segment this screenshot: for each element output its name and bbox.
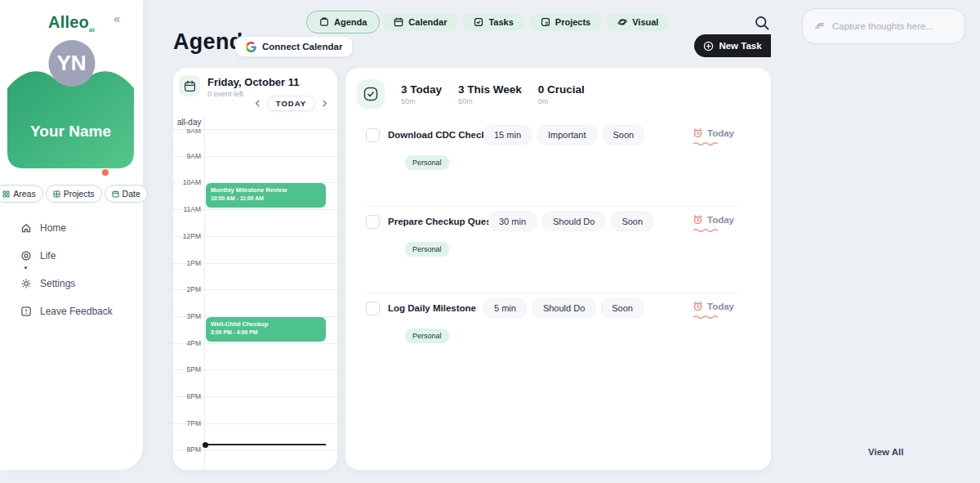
tasks-checkbox-icon-box — [357, 79, 385, 109]
all-day-row: all-day — [173, 115, 337, 129]
google-icon — [246, 42, 256, 52]
events-left-text: 0 event left — [207, 90, 243, 98]
projects-icon — [53, 190, 60, 198]
task-checkbox[interactable] — [366, 128, 380, 142]
squiggle-underline — [693, 141, 722, 145]
tab-label: Projects — [555, 17, 590, 27]
task-tag[interactable]: Personal — [405, 155, 449, 170]
task-due-badge[interactable]: Today — [693, 214, 734, 225]
sidebar-item-life[interactable]: Life — [20, 250, 143, 262]
task-priority-pill[interactable]: Should Do — [532, 298, 595, 318]
task-due-badge[interactable]: Today — [693, 301, 734, 311]
stat-duration: 50m — [401, 97, 442, 105]
hour-label: 9AM — [173, 152, 201, 160]
stat-crucial: 0 Crucial 0m — [538, 83, 585, 105]
hour-label: 7PM — [173, 419, 201, 427]
tab-agenda[interactable]: Agenda — [309, 13, 377, 31]
sidebar-item-home[interactable]: Home — [20, 222, 143, 234]
sidebar-item-label: Leave Feedback — [40, 306, 113, 317]
squiggle-underline — [693, 228, 722, 232]
projects-icon — [541, 17, 550, 27]
connect-calendar-button[interactable]: Connect Calendar — [235, 36, 353, 57]
calendar-icon-box — [179, 75, 200, 96]
task-duration-pill[interactable]: 5 min — [483, 298, 527, 318]
user-name: Your Name — [7, 123, 134, 141]
calendar-day-grid[interactable]: all-day 8AM 9AM 10AM 11AM 12PM 1P — [173, 115, 337, 470]
task-priority-pill[interactable]: Should Do — [542, 212, 605, 231]
event-title: Well-Child Checkup — [211, 320, 321, 328]
sidebar-item-leave-feedback[interactable]: Leave Feedback — [20, 306, 143, 317]
tab-label: Tasks — [488, 17, 513, 27]
projects-filter-button[interactable]: Projects — [46, 185, 102, 203]
main-area: Agenda Calendar Tasks Projects Visual — [143, 0, 980, 483]
areas-button[interactable]: Areas — [0, 185, 43, 203]
new-task-button[interactable]: New Task — [694, 34, 771, 57]
tab-projects[interactable]: Projects — [530, 13, 601, 31]
task-title: Log Daily Milestone — [388, 303, 476, 313]
hour-label: 1PM — [173, 259, 201, 267]
sidebar-item-label: Home — [40, 222, 66, 234]
collapse-sidebar-icon[interactable]: « — [114, 12, 120, 25]
task-due-label: Today — [707, 302, 734, 311]
sidebar-nav: Home Life Settings Leave Feedback — [0, 222, 143, 317]
profile-section: Your Name 2 new notifications YN — [0, 40, 143, 175]
stat-today: 3 Today 50m — [401, 83, 442, 105]
task-due-badge[interactable]: Today — [693, 127, 734, 138]
calendar-icon — [184, 80, 196, 92]
hour-label: 5PM — [173, 365, 201, 373]
task-due-label: Today — [707, 215, 734, 225]
top-nav-tabs: Agenda Calendar Tasks Projects Visual — [309, 13, 669, 31]
life-active-dot — [24, 266, 27, 269]
avatar[interactable]: YN — [48, 40, 95, 87]
visual-icon — [617, 17, 627, 27]
task-priority-pill[interactable]: Important — [537, 125, 596, 145]
task-row: Log Daily Milestone 5 min Should Do Soon… — [366, 293, 737, 380]
app-root: Alleoai « Your Name 2 new notifications — [0, 0, 980, 483]
task-urgency-pill[interactable]: Soon — [603, 125, 645, 145]
date-filter-button[interactable]: Date — [105, 185, 148, 203]
logo-suffix: ai — [89, 26, 95, 34]
notifications-link[interactable]: 2 new notifications — [7, 168, 134, 177]
all-day-label: all-day — [177, 118, 201, 127]
task-row: Download CDC Checklist 15 min Important … — [366, 120, 737, 207]
calendar-event[interactable]: Well-Child Checkup 3:00 PM - 4:00 PM — [206, 317, 326, 342]
tab-visual[interactable]: Visual — [607, 13, 669, 31]
capture-thoughts-input[interactable] — [832, 21, 953, 31]
logo-row: Alleoai « — [0, 0, 143, 34]
prev-day-button[interactable] — [253, 99, 262, 108]
next-day-button[interactable] — [320, 99, 329, 108]
task-urgency-pill[interactable]: Soon — [611, 212, 653, 231]
hour-label: 4PM — [173, 339, 201, 347]
task-duration-pill[interactable]: 30 min — [488, 212, 537, 231]
search-button[interactable] — [754, 15, 772, 33]
logo-text: Alleo — [48, 13, 89, 31]
notifications-text: 2 new notifications — [33, 168, 96, 177]
task-pills: 15 min Important Soon — [483, 125, 644, 145]
calendar-nav: TODAY — [253, 96, 329, 111]
plus-circle-icon — [703, 41, 714, 51]
sidebar-item-settings[interactable]: Settings — [20, 278, 143, 289]
stat-label: 3 This Week — [458, 83, 522, 96]
task-checkbox[interactable] — [366, 302, 380, 315]
tasks-panel: 3 Today 50m 3 This Week 50m 0 Crucial 0m… — [345, 68, 771, 470]
app-logo[interactable]: Alleoai — [48, 13, 95, 34]
task-tag[interactable]: Personal — [405, 329, 449, 343]
stat-duration: 50m — [458, 97, 522, 105]
today-button[interactable]: TODAY — [267, 96, 315, 111]
agenda-icon — [319, 17, 329, 27]
task-urgency-pill[interactable]: Soon — [601, 298, 644, 318]
event-time: 3:00 PM - 4:00 PM — [211, 329, 321, 335]
life-target-icon — [20, 250, 32, 262]
calendar-event[interactable]: Monthly Milestone Review 10:00 AM - 11:0… — [206, 183, 326, 208]
tab-calendar[interactable]: Calendar — [383, 13, 457, 31]
alarm-clock-icon — [693, 214, 703, 225]
capture-thoughts-box[interactable] — [802, 8, 965, 44]
task-checkbox[interactable] — [366, 215, 380, 229]
tab-tasks[interactable]: Tasks — [463, 13, 523, 31]
task-tag[interactable]: Personal — [405, 242, 449, 257]
notification-dot-icon — [102, 169, 109, 176]
task-duration-pill[interactable]: 15 min — [483, 125, 532, 145]
date-filter-label: Date — [122, 189, 140, 199]
stat-label: 0 Crucial — [538, 83, 585, 96]
view-all-link[interactable]: View All — [868, 447, 903, 457]
